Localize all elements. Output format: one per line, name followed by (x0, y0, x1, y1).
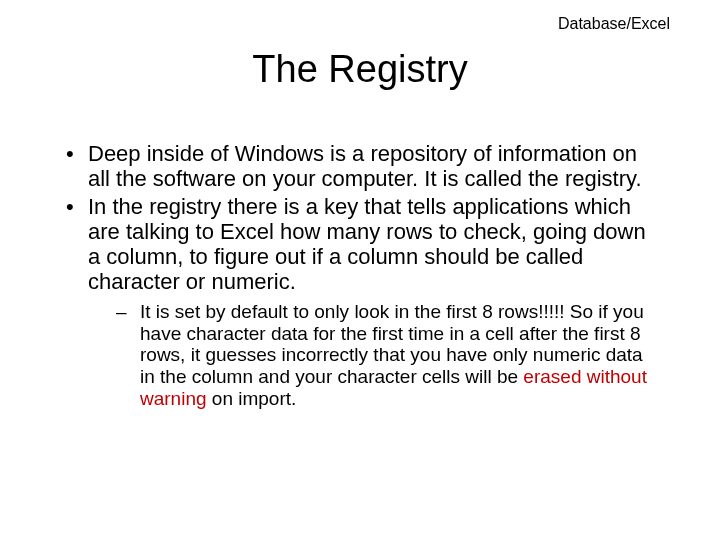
sub-bullet-list: It is set by default to only look in the… (88, 301, 660, 410)
top-label: Database/Excel (558, 15, 670, 33)
page-title: The Registry (60, 48, 660, 91)
bullet-list: Deep inside of Windows is a repository o… (60, 141, 660, 410)
bullet-text: Deep inside of Windows is a repository o… (88, 141, 642, 191)
bullet-text: In the registry there is a key that tell… (88, 194, 646, 295)
bullet-item: Deep inside of Windows is a repository o… (60, 141, 660, 192)
body-text: Deep inside of Windows is a repository o… (60, 141, 660, 410)
bullet-item: In the registry there is a key that tell… (60, 194, 660, 410)
sub-bullet-item: It is set by default to only look in the… (88, 301, 660, 410)
sub-bullet-text-post: on import. (207, 388, 297, 409)
slide: Database/Excel The Registry Deep inside … (0, 0, 720, 540)
